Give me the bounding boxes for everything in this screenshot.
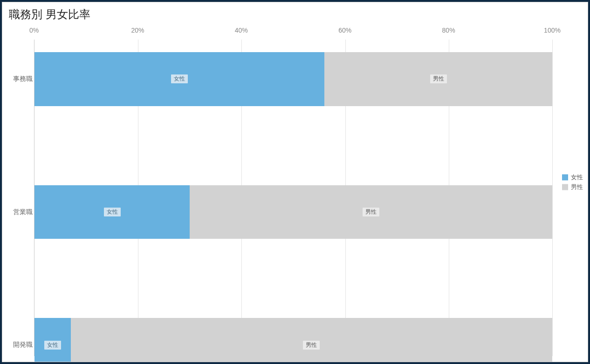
legend-swatch-female xyxy=(562,174,568,180)
legend-label-female: 女性 xyxy=(571,173,583,182)
gridline-100 xyxy=(552,40,553,356)
plot-area: 0% 20% 40% 60% 80% 100% 事務職 女性 xyxy=(34,27,552,356)
bar-row-sales: 営業職 女性 男性 xyxy=(34,185,552,239)
legend-swatch-male xyxy=(562,184,568,190)
tick-0: 0% xyxy=(29,27,39,34)
segment-label-male: 男性 xyxy=(363,208,379,216)
tick-20: 20% xyxy=(131,27,144,34)
category-label-dev: 開発職 xyxy=(9,341,33,349)
category-label-office: 事務職 xyxy=(9,75,33,83)
category-label-sales: 営業職 xyxy=(9,208,33,216)
segment-label-male: 男性 xyxy=(303,341,320,350)
segment-label-female: 女性 xyxy=(44,341,61,350)
tick-40: 40% xyxy=(235,27,248,34)
bar-office-male[interactable]: 男性 xyxy=(324,52,552,106)
bar-dev-male[interactable]: 男性 xyxy=(71,318,552,362)
legend-label-male: 男性 xyxy=(571,183,583,191)
legend-item-male[interactable]: 男性 xyxy=(562,183,583,191)
bar-row-dev: 開発職 女性 男性 xyxy=(34,318,552,362)
tick-80: 80% xyxy=(442,27,455,34)
segment-label-female: 女性 xyxy=(104,208,121,216)
bar-sales-male[interactable]: 男性 xyxy=(190,185,552,239)
segment-label-male: 男性 xyxy=(430,74,447,83)
segment-label-female: 女性 xyxy=(171,74,188,83)
bar-dev-female[interactable]: 女性 xyxy=(34,318,71,362)
legend-item-female[interactable]: 女性 xyxy=(562,173,583,182)
bar-office-female[interactable]: 女性 xyxy=(34,52,324,106)
bar-row-office: 事務職 女性 男性 xyxy=(34,52,552,106)
bar-sales-female[interactable]: 女性 xyxy=(34,185,190,239)
tick-100: 100% xyxy=(544,27,561,34)
chart-title: 職務別 男女比率 xyxy=(9,7,90,22)
chart-card: 職務別 男女比率 0% 20% 40% 60% 80% 100% xyxy=(2,2,588,362)
x-axis-ticks: 0% 20% 40% 60% 80% 100% xyxy=(34,27,552,40)
legend: 女性 男性 xyxy=(562,172,583,193)
bars-wrap: 事務職 女性 男性 営業職 女性 男性 xyxy=(34,40,552,356)
tick-60: 60% xyxy=(338,27,351,34)
